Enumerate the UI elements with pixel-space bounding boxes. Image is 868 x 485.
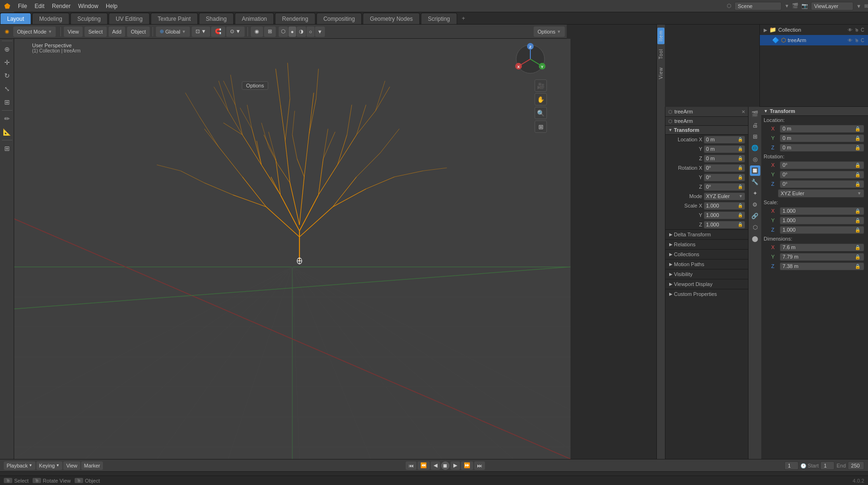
rot-z-lock[interactable]: 🔒 bbox=[854, 180, 861, 188]
item-tab[interactable]: Item bbox=[657, 27, 664, 44]
npanel-loc-z-lock[interactable]: 🔒 bbox=[738, 156, 743, 161]
proportional-edit[interactable]: ⊙ ▼ bbox=[226, 26, 245, 37]
tab-rendering[interactable]: Rendering bbox=[275, 13, 315, 24]
loc-x-lock[interactable]: 🔒 bbox=[854, 125, 861, 132]
modifier-props-icon[interactable]: 🔧 bbox=[750, 177, 760, 187]
marker-menu[interactable]: Marker bbox=[81, 461, 103, 470]
npanel-transform-header[interactable]: ▼ Transform bbox=[665, 126, 748, 135]
npanel-rot-x-field[interactable]: 0° 🔒 bbox=[704, 164, 745, 172]
pivot-dropdown[interactable]: ⊡ ▼ bbox=[192, 26, 210, 37]
location-z-field[interactable]: 0 m 🔒 bbox=[780, 144, 864, 152]
playback-menu[interactable]: Playback ▼ bbox=[4, 461, 35, 470]
start-frame-field[interactable]: 1 bbox=[820, 461, 834, 470]
npanel-visibility-row[interactable]: ▶ Visibility bbox=[665, 269, 748, 279]
tool-measure[interactable]: 📐 bbox=[1, 126, 13, 138]
npanel-scale-z-field[interactable]: 1.000 🔒 bbox=[704, 221, 745, 229]
data-props-icon[interactable]: ⬡ bbox=[750, 222, 760, 233]
shade-options[interactable]: ▼ bbox=[315, 26, 325, 37]
viewport-options-btn[interactable]: Options bbox=[242, 81, 268, 90]
world-props-icon[interactable]: ◎ bbox=[750, 154, 760, 165]
play-btn[interactable]: ▶ bbox=[451, 461, 460, 470]
tab-layout[interactable]: Layout bbox=[0, 13, 31, 24]
dim-x-lock[interactable]: 🔒 bbox=[854, 243, 861, 251]
view-tab[interactable]: View bbox=[657, 64, 664, 82]
menu-render[interactable]: Render bbox=[48, 0, 74, 12]
location-y-field[interactable]: 0 m 🔒 bbox=[780, 134, 864, 142]
pan-view-btn[interactable]: ✋ bbox=[535, 93, 547, 105]
stop-btn[interactable]: ⏹ bbox=[441, 461, 450, 470]
npanel-loc-z-field[interactable]: 0 m 🔒 bbox=[704, 155, 745, 163]
end-frame-field[interactable]: 250 bbox=[848, 461, 864, 470]
scene-name-input[interactable] bbox=[734, 2, 782, 10]
tab-uv-editing[interactable]: UV Editing bbox=[109, 13, 150, 24]
dim-z-field[interactable]: 7.38 m 🔒 bbox=[780, 262, 864, 270]
location-x-field[interactable]: 0 m 🔒 bbox=[780, 125, 864, 133]
npanel-rot-mode-dropdown[interactable]: XYZ Euler ▼ bbox=[704, 192, 745, 200]
shade-render[interactable]: ○ bbox=[306, 26, 315, 37]
object-props-icon[interactable]: 🔲 bbox=[750, 165, 760, 176]
outliner-item-treearm[interactable]: 🔷 ⬡ treeArm 👁 🖱 C bbox=[760, 35, 868, 45]
tool-cursor[interactable]: ⊕ bbox=[1, 43, 13, 55]
snapping-toggle[interactable]: 🧲 bbox=[211, 26, 225, 37]
scene-props-icon[interactable]: 🌐 bbox=[750, 143, 760, 153]
add-workspace-button[interactable]: + bbox=[458, 13, 469, 24]
rotation-y-field[interactable]: 0° 🔒 bbox=[780, 171, 864, 179]
overlay-toggle[interactable]: ◉ bbox=[251, 26, 263, 37]
npanel-rot-y-lock[interactable]: 🔒 bbox=[738, 175, 743, 180]
zoom-view-btn[interactable]: 🔍 bbox=[535, 107, 547, 119]
next-keyframe-btn[interactable]: ⏩ bbox=[461, 461, 473, 470]
object-menu[interactable]: Object bbox=[127, 26, 150, 37]
rot-y-lock[interactable]: 🔒 bbox=[854, 171, 861, 178]
scale-y-lock[interactable]: 🔒 bbox=[854, 217, 861, 224]
scale-z-lock[interactable]: 🔒 bbox=[854, 226, 861, 234]
npanel-rot-z-field[interactable]: 0° 🔒 bbox=[704, 183, 745, 191]
rot-x-lock[interactable]: 🔒 bbox=[854, 161, 861, 169]
loc-y-lock[interactable]: 🔒 bbox=[854, 134, 861, 142]
view-menu[interactable]: View bbox=[64, 26, 83, 37]
npanel-scale-y-field[interactable]: 1.000 🔒 bbox=[704, 211, 745, 219]
view-layer-props-icon[interactable]: ⊞ bbox=[750, 131, 760, 142]
tab-animation[interactable]: Animation bbox=[235, 13, 274, 24]
output-props-icon[interactable]: 🖨 bbox=[750, 120, 760, 130]
npanel-scale-z-lock[interactable]: 🔒 bbox=[738, 222, 743, 227]
tab-geometry-nodes[interactable]: Geometry Nodes bbox=[363, 13, 420, 24]
current-frame-field[interactable]: 1 bbox=[784, 461, 799, 470]
tool-annotate[interactable]: ✏ bbox=[1, 113, 13, 125]
tab-compositing[interactable]: Compositing bbox=[316, 13, 362, 24]
tool-transform[interactable]: ⊞ bbox=[1, 96, 13, 108]
add-menu[interactable]: Add bbox=[109, 26, 126, 37]
menu-window[interactable]: Window bbox=[74, 0, 102, 12]
npanel-viewport-display-row[interactable]: ▶ Viewport Display bbox=[665, 279, 748, 289]
scale-x-field[interactable]: 1.000 🔒 bbox=[780, 207, 864, 215]
tool-scale[interactable]: ⤡ bbox=[1, 83, 13, 95]
outliner-item-collection[interactable]: ▶ 📁 Collection 👁 🖱 C bbox=[760, 25, 868, 35]
rotation-mode-dropdown[interactable]: XYZ Euler ▼ bbox=[778, 189, 864, 198]
material-props-icon[interactable]: ⬤ bbox=[750, 234, 760, 244]
tab-shading[interactable]: Shading bbox=[199, 13, 234, 24]
physics-props-icon[interactable]: ⚙ bbox=[750, 199, 760, 210]
render-props-icon[interactable]: 🎬 bbox=[750, 109, 760, 119]
scale-x-lock[interactable]: 🔒 bbox=[854, 207, 861, 215]
transform-orient-dropdown[interactable]: ⊕ Global ▼ bbox=[156, 26, 190, 37]
npanel-rot-y-field[interactable]: 0° 🔒 bbox=[704, 173, 745, 182]
dim-x-field[interactable]: 7.6 m 🔒 bbox=[780, 243, 864, 251]
npanel-collections-row[interactable]: ▶ Collections bbox=[665, 249, 748, 259]
tab-texture-paint[interactable]: Texture Paint bbox=[151, 13, 198, 24]
tool-tab[interactable]: Tool bbox=[657, 46, 664, 62]
npanel-relations-row[interactable]: ▶ Relations bbox=[665, 239, 748, 249]
dim-z-lock[interactable]: 🔒 bbox=[854, 262, 861, 270]
menu-edit[interactable]: Edit bbox=[31, 0, 48, 12]
grid-view-btn[interactable]: ⊞ bbox=[535, 121, 547, 133]
object-mode-dropdown[interactable]: Object Mode ▼ bbox=[13, 26, 56, 37]
transform-section-header[interactable]: ▼ Transform bbox=[760, 107, 868, 116]
particle-props-icon[interactable]: ✦ bbox=[750, 188, 760, 199]
npanel-rot-x-lock[interactable]: 🔒 bbox=[738, 165, 743, 170]
npanel-motion-paths-row[interactable]: ▶ Motion Paths bbox=[665, 259, 748, 269]
dim-y-lock[interactable]: 🔒 bbox=[854, 253, 861, 260]
constraint-props-icon[interactable]: 🔗 bbox=[750, 211, 760, 221]
npanel-custom-properties-row[interactable]: ▶ Custom Properties bbox=[665, 289, 748, 299]
tab-sculpting[interactable]: Sculpting bbox=[70, 13, 108, 24]
menu-file[interactable]: File bbox=[14, 0, 31, 12]
dim-y-field[interactable]: 7.79 m 🔒 bbox=[780, 253, 864, 261]
npanel-loc-y-field[interactable]: 0 m 🔒 bbox=[704, 145, 745, 153]
